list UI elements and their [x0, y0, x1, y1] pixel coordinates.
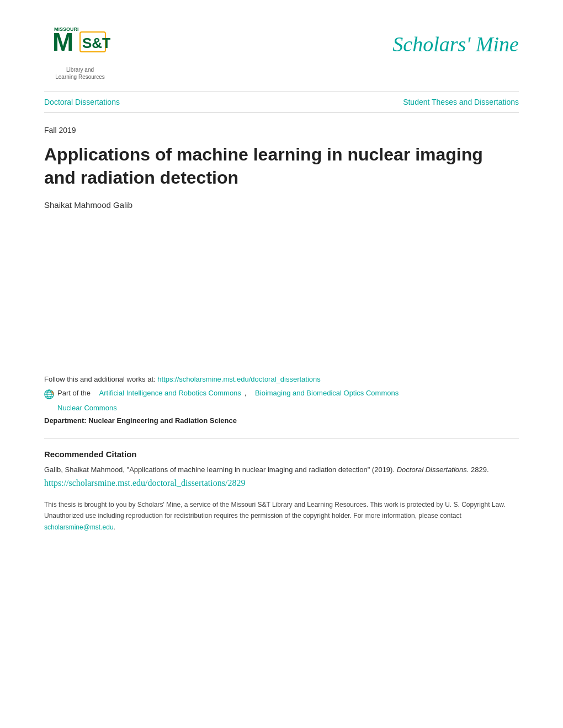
- department-line: Department: Nuclear Engineering and Radi…: [44, 416, 519, 425]
- part-of-prefix: Part of the: [57, 389, 91, 397]
- commons-link-wrap: Nuclear Commons: [57, 404, 519, 412]
- logo-image: M MISSOURI S&T: [50, 22, 110, 66]
- follow-link[interactable]: https://scholarsmine.mst.edu/doctoral_di…: [157, 375, 321, 383]
- main-content: Fall 2019 Applications of machine learni…: [44, 126, 519, 254]
- logo-text: Library and Learning Resources: [55, 66, 105, 81]
- svg-text:MISSOURI: MISSOURI: [54, 26, 79, 32]
- doctoral-dissertations-link[interactable]: Doctoral Dissertations: [44, 98, 120, 106]
- footer-text: This thesis is brought to you by Scholar…: [44, 499, 519, 533]
- page-header: M MISSOURI S&T Library and Learning Reso…: [44, 22, 519, 81]
- author-name: Shaikat Mahmood Galib: [44, 200, 519, 210]
- svg-text:S&T: S&T: [82, 35, 110, 51]
- semester-label: Fall 2019: [44, 126, 519, 135]
- section-divider: [44, 438, 519, 438]
- dissertation-title: Applications of machine learning in nucl…: [44, 143, 519, 189]
- bioimaging-commons-link[interactable]: Bioimaging and Biomedical Optics Commons: [255, 389, 399, 397]
- recommended-citation-title: Recommended Citation: [44, 449, 519, 459]
- commons-icon: [44, 389, 54, 399]
- contact-email-link[interactable]: scholarsmine@mst.edu: [44, 523, 114, 531]
- ai-robotics-commons-link[interactable]: Artificial Intelligence and Robotics Com…: [99, 389, 241, 397]
- follow-text: Follow this and additional works at: htt…: [44, 375, 519, 383]
- part-of-line: Part of the Artificial Intelligence and …: [44, 389, 519, 399]
- citation-url-link[interactable]: https://scholarsmine.mst.edu/doctoral_di…: [44, 478, 519, 488]
- citation-body: Galib, Shaikat Mahmood, "Applications of…: [44, 464, 519, 476]
- nuclear-commons-link[interactable]: Nuclear Commons: [57, 404, 117, 412]
- student-theses-link[interactable]: Student Theses and Dissertations: [403, 98, 519, 106]
- follow-section: Follow this and additional works at: htt…: [44, 364, 519, 533]
- nav-bar: Doctoral Dissertations Student Theses an…: [44, 92, 519, 113]
- site-title: Scholars' Mine: [392, 22, 519, 56]
- logo-area: M MISSOURI S&T Library and Learning Reso…: [44, 22, 116, 81]
